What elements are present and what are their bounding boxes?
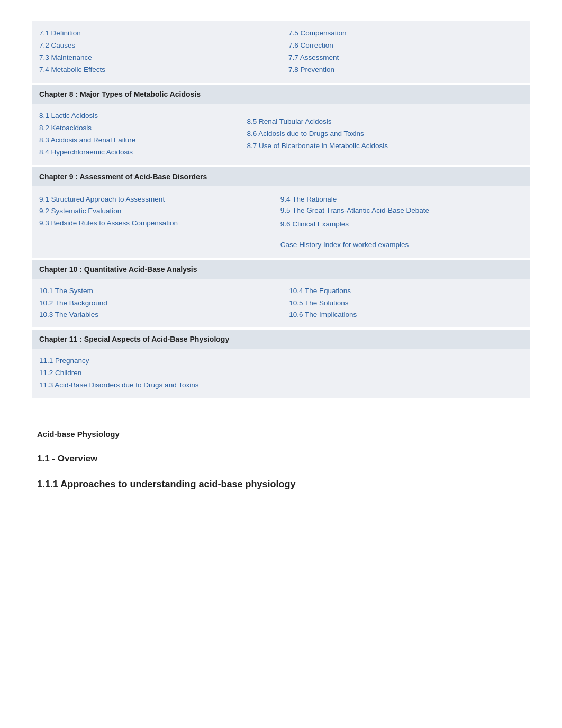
ch7-block: 7.1 Definition 7.2 Causes 7.3 Maintenanc… (32, 21, 530, 83)
link-9-6[interactable]: 9.6 Clinical Examples (280, 219, 523, 231)
ch11-header: Chapter 11 : Special Aspects of Acid-Bas… (39, 335, 229, 343)
link-7-6[interactable]: 7.6 Correction (288, 40, 523, 52)
link-10-2[interactable]: 10.2 The Background (39, 297, 274, 310)
site-title: Acid-base Physiology (37, 430, 525, 439)
link-9-case[interactable]: Case History Index for worked examples (280, 239, 523, 251)
link-7-1[interactable]: 7.1 Definition (39, 28, 274, 40)
ch10-header: Chapter 10 : Quantitative Acid-Base Anal… (39, 265, 197, 274)
link-8-7[interactable]: 8.7 Use of Bicarbonate in Metabolic Acid… (247, 140, 523, 152)
link-9-1[interactable]: 9.1 Structured Approach to Assessment (39, 194, 266, 206)
link-8-6[interactable]: 8.6 Acidosis due to Drugs and Toxins (247, 128, 523, 140)
link-9-3[interactable]: 9.3 Bedside Rules to Assess Compensation (39, 217, 266, 230)
link-10-3[interactable]: 10.3 The Variables (39, 309, 274, 321)
link-8-4[interactable]: 8.4 Hyperchloraemic Acidosis (39, 147, 232, 159)
link-10-5[interactable]: 10.5 The Solutions (289, 297, 523, 310)
link-11-1[interactable]: 11.1 Pregnancy (39, 355, 523, 367)
link-11-2[interactable]: 11.2 Children (39, 367, 523, 379)
link-9-2[interactable]: 9.2 Systematic Evaluation (39, 205, 266, 217)
link-10-6[interactable]: 10.6 The Implications (289, 309, 523, 321)
ch11-block: Chapter 11 : Special Aspects of Acid-Bas… (32, 330, 530, 398)
section-heading: 1.1.1 Approaches to understanding acid-b… (37, 479, 525, 490)
ch8-block: Chapter 8 : Major Types of Metabolic Aci… (32, 85, 530, 165)
ch8-header: Chapter 8 : Major Types of Metabolic Aci… (39, 90, 201, 98)
link-10-4[interactable]: 10.4 The Equations (289, 285, 523, 297)
link-9-5[interactable]: 9.5 The Great Trans-Atlantic Acid-Base D… (280, 205, 523, 216)
link-7-3[interactable]: 7.3 Maintenance (39, 52, 274, 64)
link-8-1[interactable]: 8.1 Lactic Acidosis (39, 110, 232, 122)
link-10-1[interactable]: 10.1 The System (39, 285, 274, 297)
bottom-section: Acid-base Physiology 1.1 - Overview 1.1.… (32, 430, 530, 490)
link-8-3[interactable]: 8.3 Acidosis and Renal Failure (39, 134, 232, 147)
page-heading: 1.1 - Overview (37, 453, 525, 464)
ch9-block: Chapter 9 : Assessment of Acid-Base Diso… (32, 167, 530, 258)
link-8-2[interactable]: 8.2 Ketoacidosis (39, 122, 232, 134)
link-11-3[interactable]: 11.3 Acid-Base Disorders due to Drugs an… (39, 379, 523, 392)
link-9-4[interactable]: 9.4 The Rationale (280, 194, 523, 206)
link-7-2[interactable]: 7.2 Causes (39, 40, 274, 52)
ch10-block: Chapter 10 : Quantitative Acid-Base Anal… (32, 260, 530, 328)
link-7-7[interactable]: 7.7 Assessment (288, 52, 523, 64)
link-7-5[interactable]: 7.5 Compensation (288, 28, 523, 40)
toc-container: 7.1 Definition 7.2 Causes 7.3 Maintenanc… (32, 21, 530, 398)
link-8-5[interactable]: 8.5 Renal Tubular Acidosis (247, 116, 523, 128)
link-7-4[interactable]: 7.4 Metabolic Effects (39, 64, 274, 76)
link-7-8[interactable]: 7.8 Prevention (288, 64, 523, 76)
ch9-header: Chapter 9 : Assessment of Acid-Base Diso… (39, 172, 207, 181)
